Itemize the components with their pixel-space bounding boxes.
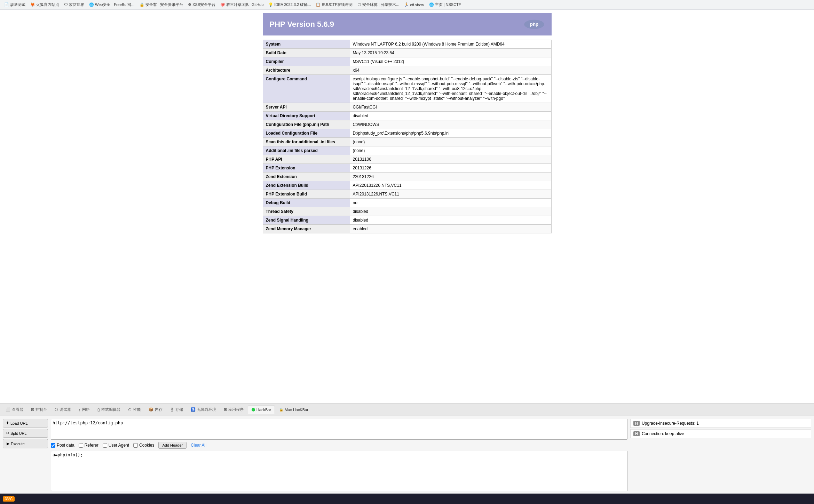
table-row: Architecturex64 xyxy=(263,66,551,75)
bookmark-item[interactable]: 🌐 Web安全 - FreeBuf网... xyxy=(88,1,136,8)
post-body-input[interactable] xyxy=(51,451,627,491)
cookies-checkbox[interactable]: Cookies xyxy=(133,443,154,448)
tab-hackbar[interactable]: HackBar xyxy=(248,406,275,414)
storage-icon: 🗄 xyxy=(170,408,174,412)
bookmark-icon: 🛡 xyxy=(64,3,68,7)
execute-button[interactable]: ▶ Execute xyxy=(3,439,48,448)
php-logo: php xyxy=(524,19,545,30)
bookmark-item[interactable]: 🏃 ctf.show xyxy=(403,2,425,8)
play-icon: ▶ xyxy=(7,441,9,446)
bookmark-item[interactable]: 🛡 安全脉搏 | 分享技术... xyxy=(356,1,401,8)
tab-inspector[interactable]: ⬜ 查看器 xyxy=(2,405,27,414)
bookmark-item[interactable]: 🐙 赛三叶草团队 -GitHub xyxy=(219,1,265,8)
bookmark-item[interactable]: 📋 BUUCTF在线评测 xyxy=(314,1,354,8)
row-value: (none) xyxy=(350,138,551,146)
bookmark-item[interactable]: 📄 渗透测试 xyxy=(3,1,27,8)
referer-check[interactable] xyxy=(79,443,83,448)
user-agent-label: User Agent xyxy=(109,443,129,448)
row-value: (none) xyxy=(350,146,551,155)
row-value: 20131106 xyxy=(350,155,551,164)
referer-label: Referer xyxy=(85,443,98,448)
cookies-check[interactable] xyxy=(133,443,138,448)
tab-performance[interactable]: ⏱ 性能 xyxy=(125,405,144,414)
bookmark-icon: 📄 xyxy=(4,2,9,7)
bookmark-item[interactable]: 💡 IDEA 2022.3.2 破解... xyxy=(267,1,312,8)
bookmark-item[interactable]: 🦊 火狐官方站点 xyxy=(29,1,61,8)
user-agent-checkbox[interactable]: User Agent xyxy=(103,443,129,448)
row-key: PHP Extension xyxy=(263,164,350,173)
row-value: 220131226 xyxy=(350,173,551,181)
bookmarks-bar: 📄 渗透测试 🦊 火狐官方站点 🛡 攻防世界 🌐 Web安全 - FreeBuf… xyxy=(0,0,814,10)
bookmark-item[interactable]: 🛡 攻防世界 xyxy=(63,1,86,8)
tab-label: 内存 xyxy=(155,407,163,412)
lock-icon: 🔒 xyxy=(279,408,283,411)
load-url-label: Load URL xyxy=(10,421,28,425)
tab-accessibility[interactable]: ♿ 无障碍环境 xyxy=(187,405,220,414)
load-url-button[interactable]: ⬆ Load URL xyxy=(3,419,48,427)
console-icon: ⊡ xyxy=(31,407,34,412)
tab-debugger[interactable]: ⬡ 调试器 xyxy=(51,405,74,414)
add-header-label: Add Header xyxy=(162,443,183,447)
row-key: Zend Signal Handling xyxy=(263,216,350,225)
table-row: Configure Commandcscript /nologo configu… xyxy=(263,75,551,103)
devtools-tabs: ⬜ 查看器 ⊡ 控制台 ⬡ 调试器 ↕ 网络 {} 样式编辑器 ⏱ 性能 📦 内… xyxy=(0,403,814,416)
table-row: Zend Extension BuildAPI220131226,NTS,VC1… xyxy=(263,181,551,190)
row-key: Configure Command xyxy=(263,75,350,103)
php-info-table: SystemWindows NT LAPTOP 6.2 build 9200 (… xyxy=(263,40,552,233)
user-agent-check[interactable] xyxy=(103,443,107,448)
table-row: Debug Buildno xyxy=(263,199,551,207)
clear-all-button[interactable]: Clear All xyxy=(191,443,206,448)
bookmark-item[interactable]: 🌐 主页 | NSSCTF xyxy=(428,1,463,8)
row-key: System xyxy=(263,40,350,49)
bookmark-icon: 🏃 xyxy=(404,2,409,7)
tab-network[interactable]: ↕ 网络 xyxy=(75,405,93,414)
referer-checkbox[interactable]: Referer xyxy=(79,443,98,448)
taskbar: 33°C xyxy=(0,494,814,504)
debugger-icon: ⬡ xyxy=(55,407,58,412)
header-label-h1: H xyxy=(633,421,640,426)
hackbar-right-panel: H Upgrade-Insecure-Requests: 1 H Connect… xyxy=(630,419,811,491)
tab-label: 存储 xyxy=(175,407,183,412)
tab-storage[interactable]: 🗄 存储 xyxy=(167,405,187,414)
accessibility-icon: ♿ xyxy=(191,407,196,412)
php-version-title: PHP Version 5.6.9 xyxy=(270,20,334,29)
row-key: Thread Safety xyxy=(263,207,350,216)
tab-application[interactable]: ⊞ 应用程序 xyxy=(220,405,247,414)
row-value: disabled xyxy=(350,216,551,225)
tab-max-hackbar[interactable]: 🔒 Max HacKBar xyxy=(276,406,312,414)
style-icon: {} xyxy=(97,408,100,412)
split-url-button[interactable]: ✂ Split URL xyxy=(3,429,48,438)
tab-style-editor[interactable]: {} 样式编辑器 xyxy=(94,405,124,414)
row-value: cscript /nologo configure.js "--enable-s… xyxy=(350,75,551,103)
bookmark-icon: 📋 xyxy=(316,2,321,7)
bookmark-item[interactable]: 🔒 安全客 - 安全资讯平台 xyxy=(138,1,185,8)
add-header-button[interactable]: Add Header xyxy=(158,442,187,449)
post-data-checkbox[interactable]: Post data xyxy=(51,443,74,448)
table-row: Zend Signal Handlingdisabled xyxy=(263,216,551,225)
row-key: Architecture xyxy=(263,66,350,75)
row-value: disabled xyxy=(350,112,551,120)
row-value: CGI/FastCGI xyxy=(350,103,551,112)
tab-console[interactable]: ⊡ 控制台 xyxy=(27,405,50,414)
table-row: Virtual Directory Supportdisabled xyxy=(263,112,551,120)
row-key: Compiler xyxy=(263,57,350,66)
performance-icon: ⏱ xyxy=(128,408,132,412)
row-key: Additional .ini files parsed xyxy=(263,146,350,155)
svg-text:php: php xyxy=(530,22,538,27)
bookmark-label: Web安全 - FreeBuf网... xyxy=(95,2,135,7)
tab-memory[interactable]: 📦 内存 xyxy=(145,405,166,414)
bookmark-icon: ⚙ xyxy=(188,2,191,7)
header-label-h2: H xyxy=(633,431,640,436)
row-key: PHP API xyxy=(263,155,350,164)
bookmark-item[interactable]: ⚙ XSS安全平台 xyxy=(187,1,217,8)
row-key: Scan this dir for additional .ini files xyxy=(263,138,350,146)
url-input[interactable] xyxy=(51,419,627,440)
split-icon: ✂ xyxy=(6,431,9,435)
bookmark-label: XSS安全平台 xyxy=(192,2,215,7)
table-row: Scan this dir for additional .ini files(… xyxy=(263,138,551,146)
bookmark-icon: 💡 xyxy=(268,2,273,7)
row-key: Zend Extension Build xyxy=(263,181,350,190)
bookmark-label: 赛三叶草团队 -GitHub xyxy=(226,2,263,7)
tab-label: 应用程序 xyxy=(228,407,244,412)
post-data-check[interactable] xyxy=(51,443,55,448)
